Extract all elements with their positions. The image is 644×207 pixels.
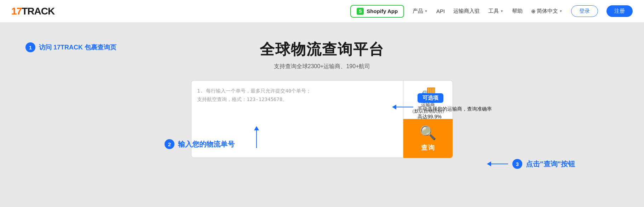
step3-circle: 3 [512, 159, 522, 169]
chevron-down-icon-lang: ▼ [559, 9, 563, 13]
step3-content: 3 点击"查询"按钮 [512, 159, 575, 169]
register-button[interactable]: 注册 [606, 5, 633, 17]
center-content: 全球物流查询平台 支持查询全球2300+运输商、190+航司 1. 每行输入一个… [0, 40, 644, 158]
search-icon: 🔍 [420, 125, 436, 141]
optional-annotation: 可选项 手动选择您的运输商，查询准确率高达99.9% [392, 93, 492, 121]
logo-17: 17 [11, 6, 22, 17]
query-label: 查询 [421, 143, 435, 152]
arrow-up-icon [254, 126, 259, 130]
step2-arrow-group [254, 126, 259, 148]
nav-item-tools[interactable]: 工具 ▼ [488, 8, 504, 14]
main-title: 全球物流查询平台 [260, 40, 384, 59]
nav-item-api[interactable]: API [436, 8, 445, 14]
arrow-line-step3 [491, 164, 508, 164]
nav-language-label: 简体中文 [537, 8, 558, 14]
header: 17TRACK S Shopify App 产品 ▼ API 运输商入驻 工具 … [0, 0, 644, 23]
query-button[interactable]: 🔍 查询 [403, 119, 453, 158]
arrow-line [396, 107, 413, 107]
step3-arrow [487, 161, 508, 166]
step2-circle: 2 [165, 139, 174, 149]
nav-item-carrier[interactable]: 运输商入驻 [453, 8, 480, 14]
globe-icon: ⊕ [531, 8, 536, 14]
login-button[interactable]: 登录 [571, 5, 598, 17]
arrow-left-icon [392, 105, 396, 110]
optional-arrow [392, 105, 413, 110]
step3-annotation: 3 点击"查询"按钮 [487, 159, 575, 169]
arrow-up-line [256, 130, 257, 148]
nav-help-label: 帮助 [512, 8, 523, 14]
optional-content: 可选项 手动选择您的运输商，查询准确率高达99.9% [418, 93, 492, 121]
nav-item-language[interactable]: ⊕ 简体中文 ▼ [531, 8, 563, 14]
step3-label: 点击"查询"按钮 [526, 159, 575, 169]
shopify-icon: S [357, 8, 364, 15]
logo-track: TRACK [22, 6, 54, 17]
optional-desc: 手动选择您的运输商，查询准确率高达99.9% [418, 105, 492, 121]
nav-api-label: API [436, 8, 445, 14]
step2-annotation: 2 输入您的物流单号 [165, 139, 235, 149]
shopify-app-button[interactable]: S Shopify App [350, 5, 404, 18]
header-right: S Shopify App 产品 ▼ API 运输商入驻 工具 ▼ 帮助 ⊕ 简… [350, 5, 633, 18]
chevron-down-icon-tools: ▼ [500, 9, 504, 13]
shopify-btn-label: Shopify App [367, 8, 398, 14]
nav-item-help[interactable]: 帮助 [512, 8, 523, 14]
step1-label: 访问 17TRACK 包裹查询页 [39, 43, 116, 52]
main-content: 1 访问 17TRACK 包裹查询页 全球物流查询平台 支持查询全球2300+运… [0, 23, 644, 207]
nav-product-label: 产品 [413, 8, 423, 14]
chevron-down-icon: ▼ [424, 9, 428, 13]
nav-tools-label: 工具 [488, 8, 499, 14]
step1-circle: 1 [25, 42, 35, 52]
step2-label: 输入您的物流单号 [178, 140, 235, 149]
step1-annotation: 1 访问 17TRACK 包裹查询页 [25, 42, 116, 52]
optional-badge: 可选项 [418, 93, 443, 103]
nav-item-product[interactable]: 产品 ▼ [413, 8, 428, 14]
logo[interactable]: 17TRACK [11, 6, 54, 17]
sub-title: 支持查询全球2300+运输商、190+航司 [274, 63, 370, 70]
nav-carrier-label: 运输商入驻 [453, 8, 480, 14]
arrow-left-icon-step3 [487, 161, 491, 166]
